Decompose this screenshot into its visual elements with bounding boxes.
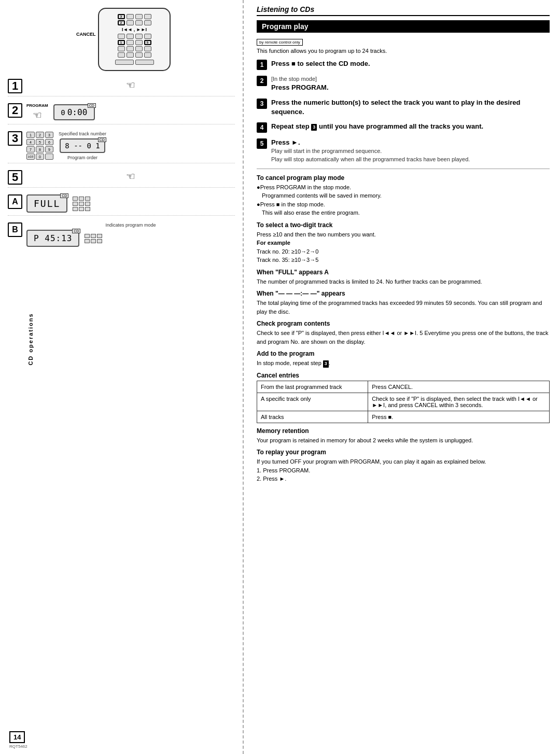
grid-cell bbox=[79, 207, 84, 211]
remote-btn[interactable] bbox=[144, 46, 151, 51]
full-text: FULL bbox=[34, 198, 60, 209]
program-play-title: Program play bbox=[257, 20, 550, 33]
num-btn-empty[interactable] bbox=[45, 153, 53, 160]
remote-container: CANCEL 3 2 I◄◄ , ►►I bbox=[8, 8, 235, 71]
cd-operations-label: CD operations bbox=[27, 313, 34, 366]
program-order-label: Program order bbox=[67, 155, 97, 160]
num-btn-0[interactable]: 0 bbox=[36, 153, 44, 160]
cancel-label: CANCEL bbox=[76, 32, 96, 37]
listening-title: Listening to CDs bbox=[257, 5, 550, 16]
num-btn[interactable]: 9 bbox=[45, 146, 53, 152]
remote-btn[interactable] bbox=[135, 40, 143, 45]
replay-text: If you turned OFF your program with PROG… bbox=[257, 457, 550, 483]
display-wrapper-2: 0 0:00 CD bbox=[53, 104, 95, 120]
cd-badge-3: CD bbox=[98, 137, 106, 142]
step-text-2: [In the stop mode] Press PROGRAM. bbox=[271, 75, 329, 93]
remote-btn[interactable] bbox=[144, 34, 151, 39]
table-row: From the last programmed track Press CAN… bbox=[257, 381, 550, 393]
full-title: When "FULL" appears A bbox=[257, 269, 550, 276]
remote-btn-3[interactable]: 3 bbox=[118, 14, 125, 19]
num-btn[interactable]: 8 bbox=[36, 146, 44, 152]
step-5-main: Press ►. bbox=[271, 138, 470, 147]
add-title: Add to the program bbox=[257, 350, 550, 357]
step-5-block: 5 ☜ bbox=[8, 167, 235, 188]
right-step-3: 3 Press the numeric button(s) to select … bbox=[257, 98, 550, 117]
remote-btn[interactable] bbox=[118, 52, 125, 58]
remote-btn[interactable] bbox=[127, 34, 134, 39]
step-2-block: 2 PROGRAM ☜ 0 0:00 CD bbox=[8, 101, 235, 124]
remote-row-6 bbox=[102, 52, 166, 58]
num-btn[interactable]: 3 bbox=[45, 132, 53, 138]
num-btn[interactable]: 7 bbox=[26, 146, 35, 152]
numeric-grid: 1 2 3 4 5 6 7 8 9 ≥10 0 bbox=[26, 132, 53, 160]
remote-row-5 bbox=[102, 46, 166, 51]
cd-badge-2: CD bbox=[88, 103, 96, 108]
remote-btn-wide[interactable] bbox=[115, 60, 134, 65]
remote-btn[interactable] bbox=[127, 46, 134, 51]
prog-text: P 45:13 bbox=[34, 233, 72, 243]
memory-title: Memory retention bbox=[257, 427, 550, 435]
remote-btn[interactable] bbox=[144, 14, 151, 19]
num-btn[interactable]: 5 bbox=[36, 139, 44, 145]
num-btn[interactable]: 4 bbox=[26, 139, 35, 145]
remote-btn[interactable] bbox=[135, 14, 143, 19]
right-step-4: 4 Repeat step 3 until you have programme… bbox=[257, 122, 550, 133]
remote-row-3 bbox=[102, 34, 166, 39]
remote-nav: I◄◄ , ►►I bbox=[102, 27, 166, 32]
remote-btn-5[interactable]: 5 bbox=[144, 40, 151, 45]
remote-btn[interactable] bbox=[127, 14, 134, 19]
remote-btn[interactable] bbox=[135, 34, 143, 39]
num-btn[interactable]: 1 bbox=[26, 132, 35, 138]
remote-btn[interactable] bbox=[118, 46, 125, 51]
num-btn-ge10[interactable]: ≥10 bbox=[26, 153, 35, 160]
remote-btn[interactable] bbox=[144, 52, 151, 58]
step-a-content: FULL CD bbox=[26, 194, 235, 213]
grid-cell bbox=[79, 197, 84, 201]
remote-btn[interactable] bbox=[144, 20, 151, 25]
bullet-2-sub: This will also erase the entire program. bbox=[262, 208, 550, 217]
step-1-main: Press ■ to select the CD mode. bbox=[271, 60, 370, 67]
num-btn[interactable]: 2 bbox=[36, 132, 44, 138]
step-ref-3b: 3 bbox=[323, 360, 329, 368]
remote-btn[interactable] bbox=[127, 20, 134, 25]
step-5-content: ☜ bbox=[26, 170, 235, 183]
step-text-1: Press ■ to select the CD mode. bbox=[271, 59, 370, 68]
remote-btn-1[interactable]: 1 bbox=[118, 40, 125, 45]
example-2: Track no. 35: ≥10→3→5 bbox=[257, 256, 550, 264]
grid-a bbox=[73, 197, 90, 211]
cancel-mode-title: To cancel program play mode bbox=[257, 174, 550, 181]
replay-step-1: 1. Press PROGRAM. bbox=[257, 466, 550, 475]
right-panel: Listening to CDs Program play by remote … bbox=[244, 0, 560, 754]
prog-display: P 45:13 bbox=[26, 230, 79, 247]
remote-btn[interactable] bbox=[135, 52, 143, 58]
full-text: The number of programmed tracks is limit… bbox=[257, 277, 550, 286]
remote-btn[interactable] bbox=[118, 34, 125, 39]
step-circle-2: 2 bbox=[257, 76, 267, 86]
step-circle-1: 1 bbox=[257, 60, 267, 70]
display-text-2b: 0:00 bbox=[67, 107, 88, 117]
add-text: In stop mode, repeat step 3. bbox=[257, 359, 550, 368]
display-col-3: Specified track number 8 -- 0 1 CD Progr… bbox=[59, 131, 106, 160]
remote-btn[interactable] bbox=[127, 52, 134, 58]
remote-control: 3 2 I◄◄ , ►►I bbox=[98, 8, 171, 71]
step-a-illustration: FULL CD bbox=[26, 194, 235, 213]
step-2-main: Press PROGRAM. bbox=[271, 83, 329, 91]
bullet-2: ●Press ■ in the stop mode. bbox=[257, 200, 550, 209]
remote-btn[interactable] bbox=[135, 20, 143, 25]
page-footer: 14 RQT5462 bbox=[9, 731, 27, 749]
remote-btn[interactable] bbox=[127, 40, 134, 45]
rqt-label: RQT5462 bbox=[9, 744, 27, 749]
remote-btn-wide[interactable] bbox=[135, 60, 154, 65]
cancel-from-2: A specific track only bbox=[257, 393, 368, 411]
remote-btn-2[interactable]: 2 bbox=[118, 20, 125, 25]
right-step-1: 1 Press ■ to select the CD mode. bbox=[257, 59, 550, 70]
display-text-3: 8 -- 0 1 bbox=[65, 142, 100, 150]
cancel-from-3: All tracks bbox=[257, 411, 368, 423]
remote-btn[interactable] bbox=[135, 46, 143, 51]
cancel-entries-table: From the last programmed track Press CAN… bbox=[257, 381, 550, 423]
num-btn[interactable]: 6 bbox=[45, 139, 53, 145]
two-digit-text: Press ≥10 and then the two numbers you w… bbox=[257, 230, 550, 264]
step-3-block: 3 1 2 3 4 5 6 7 8 9 ≥10 0 Spec bbox=[8, 129, 235, 163]
step-3-illustration: 1 2 3 4 5 6 7 8 9 ≥10 0 Specified track … bbox=[26, 131, 235, 160]
step-b-block: B Indicates program mode P 45:13 CD bbox=[8, 220, 235, 249]
